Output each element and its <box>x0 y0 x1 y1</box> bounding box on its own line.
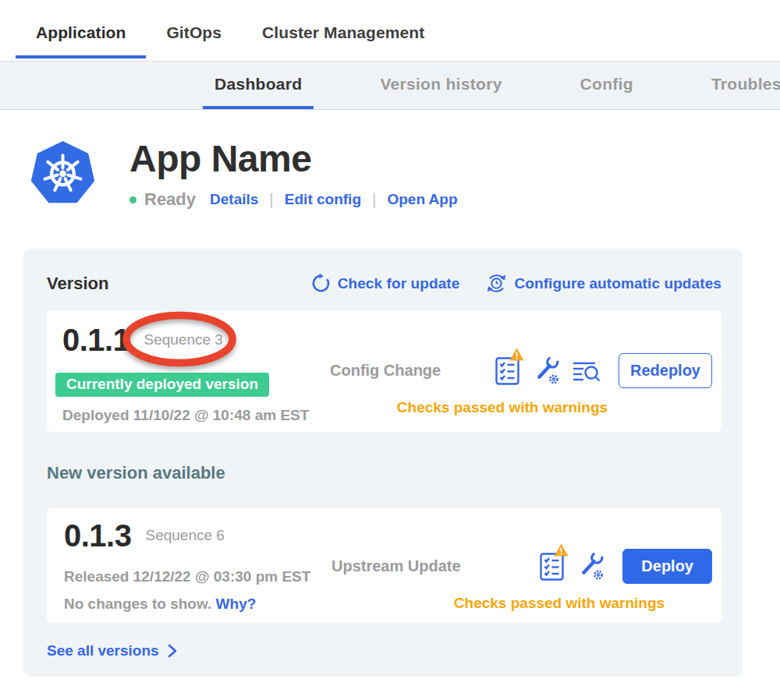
details-link[interactable]: Details <box>210 191 258 208</box>
edit-config-link[interactable]: Edit config <box>285 191 361 208</box>
tab-application[interactable]: Application <box>16 0 146 58</box>
see-all-versions-label: See all versions <box>47 642 159 659</box>
configure-automatic-updates-label: Configure automatic updates <box>514 275 722 292</box>
redeploy-button[interactable]: Redeploy <box>619 353 712 388</box>
new-version-heading: New version available <box>47 463 722 483</box>
version-section: Version Check for update Configure <box>23 249 743 677</box>
why-link[interactable]: Why? <box>216 596 257 612</box>
tab-gitops[interactable]: GitOps <box>146 0 242 58</box>
released-timestamp: Released 12/12/22 @ 03:30 pm EST <box>64 568 332 585</box>
divider: | <box>269 190 273 209</box>
edit-config-icon[interactable] <box>576 550 605 582</box>
available-version-card: 0.1.3 Sequence 6 Released 12/12/22 @ 03:… <box>47 508 722 623</box>
current-sequence-label: Sequence 3 <box>144 331 222 348</box>
checks-status-text[interactable]: Checks passed with warnings <box>311 399 693 416</box>
view-diff-icon[interactable] <box>572 357 601 384</box>
preflight-checks-icon[interactable] <box>538 550 566 582</box>
refresh-icon <box>310 273 332 294</box>
no-changes-text: No changes to show. <box>64 596 211 612</box>
see-all-versions-link[interactable]: See all versions <box>47 642 722 659</box>
deployed-timestamp: Deployed 11/10/22 @ 10:48 am EST <box>62 407 330 424</box>
status-ready-dot <box>129 196 136 203</box>
version-source-label: Config Change <box>330 362 441 380</box>
version-section-title: Version <box>47 274 108 294</box>
available-sequence-label: Sequence 6 <box>145 527 224 544</box>
current-version-card: 0.1.1 Sequence 3 Currently deployed vers… <box>47 311 722 432</box>
open-app-link[interactable]: Open App <box>387 191 457 208</box>
preflight-checks-icon[interactable] <box>494 355 521 386</box>
tab-version-history[interactable]: Version history <box>368 62 513 109</box>
tab-troubleshoot[interactable]: Troubleshoot <box>700 62 780 109</box>
app-header: App Name Ready Details | Edit config | O… <box>0 110 780 210</box>
checks-status-text[interactable]: Checks passed with warnings <box>369 595 750 612</box>
tab-cluster-management[interactable]: Cluster Management <box>242 0 445 58</box>
app-title: App Name <box>129 137 458 180</box>
edit-config-icon[interactable] <box>532 355 561 386</box>
tab-dashboard[interactable]: Dashboard <box>203 62 314 109</box>
check-for-update-link[interactable]: Check for update <box>310 272 460 295</box>
configure-automatic-updates-link[interactable]: Configure automatic updates <box>485 272 722 295</box>
currently-deployed-badge: Currently deployed version <box>55 373 269 397</box>
kubernetes-logo-icon <box>29 137 97 207</box>
available-version-number: 0.1.3 <box>64 518 131 553</box>
warning-triangle-icon <box>509 348 524 361</box>
divider: | <box>372 190 376 209</box>
app-status: Ready <box>144 189 196 210</box>
chevron-right-icon <box>167 644 178 658</box>
deploy-button[interactable]: Deploy <box>622 549 712 584</box>
warning-triangle-icon <box>554 543 569 557</box>
check-for-update-label: Check for update <box>338 275 460 292</box>
schedule-update-icon <box>485 272 508 295</box>
current-version-number: 0.1.1 <box>62 323 129 357</box>
main-nav: Application GitOps Cluster Management <box>0 0 780 58</box>
tab-config[interactable]: Config <box>569 62 645 109</box>
version-source-label: Upstream Update <box>332 557 461 575</box>
sub-nav: Dashboard Version history Config Trouble… <box>0 61 780 110</box>
